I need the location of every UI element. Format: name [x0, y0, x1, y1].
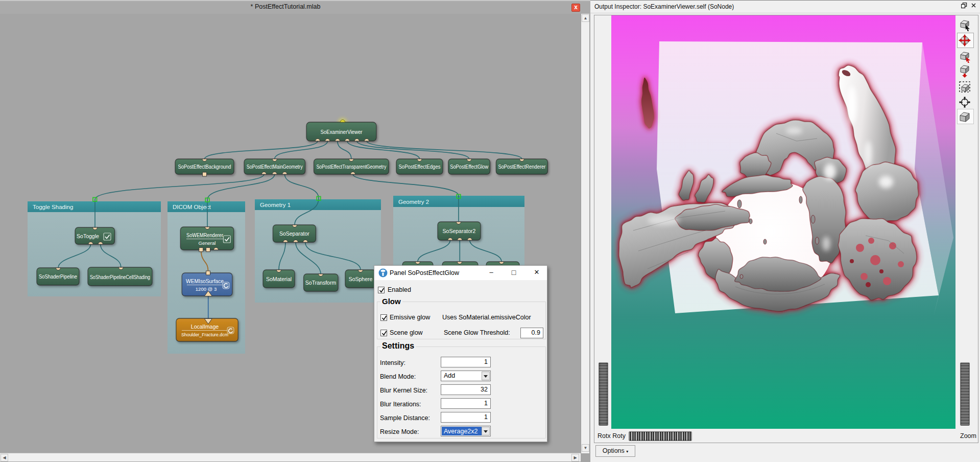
- svg-text:SoShaderPipeline: SoShaderPipeline: [39, 273, 77, 280]
- svg-text:Geometry 2: Geometry 2: [398, 199, 429, 205]
- svg-text:SoSphere: SoSphere: [349, 276, 373, 282]
- svg-text:SoToggle: SoToggle: [77, 233, 99, 239]
- svg-text:SoPostEffectBackground: SoPostEffectBackground: [178, 164, 231, 170]
- svg-text:Toggle Shading: Toggle Shading: [33, 204, 73, 210]
- svg-text:SoExaminerViewer: SoExaminerViewer: [321, 129, 363, 135]
- svg-text:SoWEMRenderer: SoWEMRenderer: [186, 232, 223, 238]
- svg-text:SoTransform: SoTransform: [305, 280, 337, 286]
- svg-text:SoSeparator: SoSeparator: [279, 230, 309, 237]
- svg-text:LocalImage: LocalImage: [191, 324, 219, 330]
- svg-text:DICOM Object: DICOM Object: [173, 204, 211, 210]
- svg-text:SoPostEffectMainGeometry: SoPostEffectMainGeometry: [247, 164, 303, 170]
- svg-text:WEMIsoSurface: WEMIsoSurface: [186, 278, 224, 284]
- svg-text:SoPostEffectTransparentGeometr: SoPostEffectTransparentGeometry: [316, 164, 387, 170]
- svg-text:SoSeparator2: SoSeparator2: [443, 228, 476, 234]
- svg-text:SoMaterial: SoMaterial: [266, 276, 292, 282]
- svg-text:General: General: [199, 240, 216, 246]
- svg-text:1200 @ 3: 1200 @ 3: [196, 286, 217, 292]
- svg-text:Shoulder_Fracture.dcm: Shoulder_Fracture.dcm: [181, 332, 228, 337]
- svg-text:SoShaderPipelineCellShading: SoShaderPipelineCellShading: [90, 274, 150, 280]
- svg-text:SoPostEffectRenderer: SoPostEffectRenderer: [498, 164, 545, 170]
- svg-text:Geometry 1: Geometry 1: [260, 202, 291, 208]
- svg-text:SoPostEffectEdges: SoPostEffectEdges: [399, 164, 441, 170]
- svg-text:SoPostEffectGlow: SoPostEffectGlow: [450, 164, 488, 170]
